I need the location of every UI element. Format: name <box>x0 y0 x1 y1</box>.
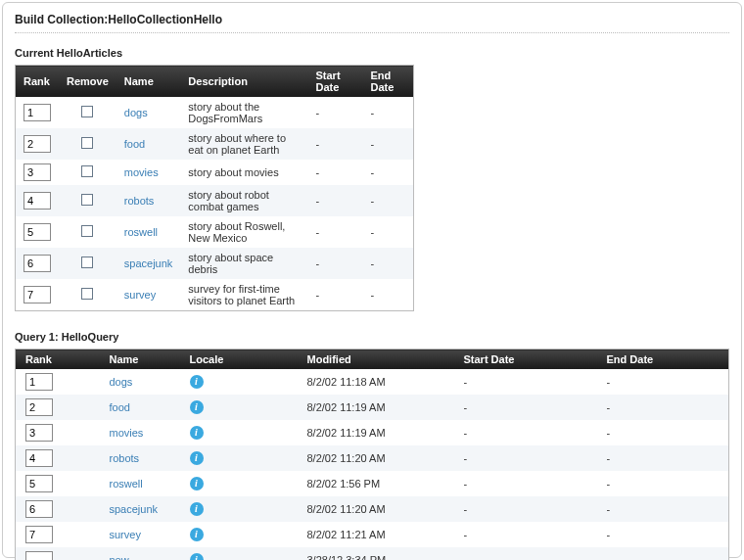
info-icon[interactable]: i <box>190 502 204 516</box>
remove-checkbox[interactable] <box>81 106 93 117</box>
table-row: roswellstory about Roswell, New Mexico-- <box>16 216 414 248</box>
article-description: story about Roswell, New Mexico <box>180 216 307 248</box>
article-name-link[interactable]: dogs <box>124 107 148 118</box>
modified-cell: 8/2/02 11:18 AM <box>300 369 456 395</box>
end-date-cell: - <box>363 160 414 185</box>
rank-input[interactable] <box>25 500 53 518</box>
rank-input[interactable] <box>23 135 51 153</box>
rank-input[interactable] <box>25 475 53 492</box>
remove-checkbox[interactable] <box>81 225 93 237</box>
rank-input[interactable] <box>23 104 51 121</box>
rank-input[interactable] <box>25 424 53 442</box>
info-icon[interactable]: i <box>190 528 204 541</box>
rank-input[interactable] <box>25 551 53 560</box>
start-date-cell: - <box>456 395 599 420</box>
table-row: newi3/28/12 3:34 PM-- <box>16 547 729 560</box>
article-name-link[interactable]: food <box>110 401 130 413</box>
article-name-link[interactable]: robots <box>110 452 140 464</box>
col-rank: Rank <box>16 350 102 370</box>
col-rank: Rank <box>16 66 60 98</box>
rank-input[interactable] <box>23 286 51 303</box>
query-table: Rank Name Locale Modified Start Date End… <box>15 349 729 560</box>
modified-cell: 8/2/02 11:21 AM <box>300 522 456 547</box>
article-name-link[interactable]: movies <box>110 427 144 439</box>
start-date-cell: - <box>456 547 599 560</box>
page-title: Build Collection:HelloCollectionHello <box>15 13 729 26</box>
table-row: moviesi8/2/02 11:19 AM-- <box>16 420 729 445</box>
table-row: spacejunkstory about space debris-- <box>16 248 414 279</box>
end-date-cell: - <box>363 248 414 279</box>
rank-input[interactable] <box>23 255 51 272</box>
info-icon[interactable]: i <box>190 477 204 490</box>
table-row: roswelli8/2/02 1:56 PM-- <box>16 471 729 496</box>
info-icon[interactable]: i <box>190 426 204 440</box>
info-icon[interactable]: i <box>190 451 204 465</box>
table-row: robotsstory about robot combat games-- <box>16 185 414 216</box>
rank-input[interactable] <box>25 373 53 391</box>
remove-checkbox[interactable] <box>81 137 93 149</box>
col-locale: Locale <box>182 350 300 370</box>
table-row: foodi8/2/02 11:19 AM-- <box>16 395 729 420</box>
end-date-cell: - <box>599 547 729 560</box>
table-row: dogsi8/2/02 11:18 AM-- <box>16 369 729 395</box>
article-description: story about movies <box>180 160 307 185</box>
info-icon[interactable]: i <box>190 400 204 414</box>
article-name-link[interactable]: spacejunk <box>110 503 159 515</box>
end-date-cell: - <box>599 395 729 420</box>
end-date-cell: - <box>363 128 414 160</box>
end-date-cell: - <box>363 185 414 216</box>
article-name-link[interactable]: roswell <box>124 226 158 238</box>
article-name-link[interactable]: dogs <box>110 376 133 388</box>
rank-input[interactable] <box>25 398 53 416</box>
end-date-cell: - <box>599 420 729 445</box>
start-date-cell: - <box>456 471 599 496</box>
table-row: surveysurvey for first-time visitors to … <box>16 279 414 311</box>
article-name-link[interactable]: survey <box>110 529 141 540</box>
table-row: foodstory about where to eat on planet E… <box>16 128 414 160</box>
article-name-link[interactable]: roswell <box>110 478 143 490</box>
info-icon[interactable]: i <box>190 553 204 560</box>
modified-cell: 8/2/02 11:20 AM <box>300 445 456 471</box>
table-row: spacejunki8/2/02 11:20 AM-- <box>16 496 729 522</box>
remove-checkbox[interactable] <box>81 194 93 206</box>
end-date-cell: - <box>363 279 414 311</box>
modified-cell: 3/28/12 3:34 PM <box>300 547 456 560</box>
remove-checkbox[interactable] <box>81 257 93 268</box>
end-date-cell: - <box>599 369 729 395</box>
rank-input[interactable] <box>23 163 51 181</box>
modified-cell: 8/2/02 1:56 PM <box>300 471 456 496</box>
start-date-cell: - <box>456 522 599 547</box>
rank-input[interactable] <box>25 526 53 543</box>
info-icon[interactable]: i <box>190 375 204 389</box>
rank-input[interactable] <box>23 192 51 210</box>
rank-input[interactable] <box>23 223 51 241</box>
article-name-link[interactable]: new <box>110 554 129 560</box>
start-date-cell: - <box>308 248 363 279</box>
table-row: dogsstory about the DogsFromMars-- <box>16 97 414 128</box>
col-start-date: Start Date <box>308 66 363 98</box>
start-date-cell: - <box>308 279 363 311</box>
article-name-link[interactable]: survey <box>124 289 156 301</box>
remove-checkbox[interactable] <box>81 165 93 177</box>
article-name-link[interactable]: food <box>124 138 145 150</box>
remove-checkbox[interactable] <box>81 288 93 300</box>
start-date-cell: - <box>456 420 599 445</box>
col-start-date: Start Date <box>456 350 599 370</box>
col-end-date: End Date <box>599 350 729 370</box>
article-name-link[interactable]: movies <box>124 166 159 178</box>
modified-cell: 8/2/02 11:19 AM <box>300 395 456 420</box>
start-date-cell: - <box>308 185 363 216</box>
section-query-title: Query 1: HelloQuery <box>15 331 729 343</box>
start-date-cell: - <box>456 496 599 522</box>
article-name-link[interactable]: robots <box>124 195 155 207</box>
table-row: robotsi8/2/02 11:20 AM-- <box>16 445 729 471</box>
col-end-date: End Date <box>363 66 414 98</box>
start-date-cell: - <box>456 445 599 471</box>
end-date-cell: - <box>599 471 729 496</box>
start-date-cell: - <box>308 97 363 128</box>
article-description: story about robot combat games <box>180 185 307 216</box>
rank-input[interactable] <box>25 449 53 467</box>
article-name-link[interactable]: spacejunk <box>124 257 173 269</box>
end-date-cell: - <box>363 216 414 248</box>
modified-cell: 8/2/02 11:19 AM <box>300 420 456 445</box>
